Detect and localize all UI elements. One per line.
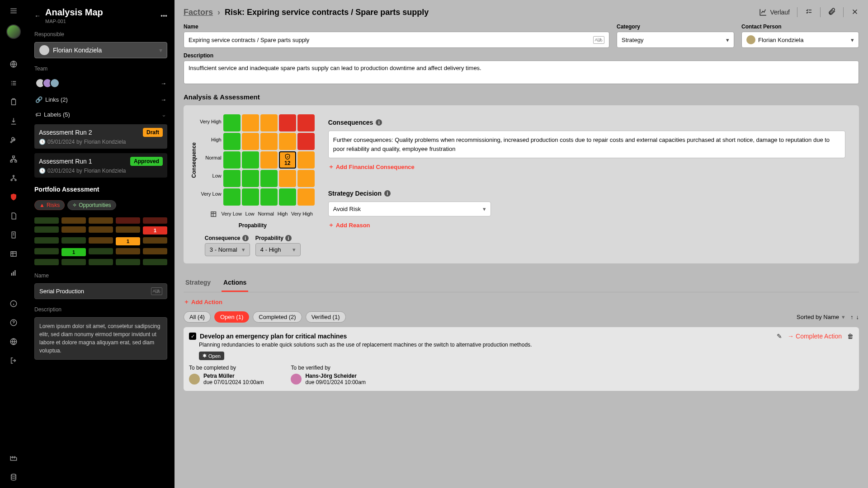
language-icon[interactable] bbox=[8, 336, 19, 347]
action-desc: Planning redundancies to enable quick so… bbox=[199, 342, 854, 348]
add-financial-button[interactable]: ＋Add Financial Consequence bbox=[328, 163, 845, 171]
selected-cell[interactable]: 12 bbox=[279, 151, 296, 169]
verified-by-label: To be verified by bbox=[291, 365, 365, 371]
risks-tab[interactable]: ▲Risks bbox=[34, 200, 65, 210]
list-icon[interactable] bbox=[8, 78, 19, 89]
sort-dropdown[interactable]: Sorted by Name▾ ↑ ↓ bbox=[797, 314, 859, 320]
menu-icon[interactable] bbox=[8, 5, 19, 16]
filter-open[interactable]: Open (1) bbox=[214, 311, 249, 323]
verlauf-button[interactable]: Verlauf bbox=[759, 8, 790, 16]
completed-by-label: To be completed by bbox=[189, 365, 264, 371]
sort-asc-icon[interactable]: ↑ bbox=[850, 314, 854, 320]
info-icon[interactable]: i bbox=[376, 119, 382, 126]
attachment-icon[interactable] bbox=[828, 8, 836, 17]
responsible-label: Responsible bbox=[34, 31, 167, 38]
close-icon[interactable] bbox=[851, 8, 859, 17]
matrix-table-icon[interactable] bbox=[210, 210, 218, 220]
breadcrumb-root[interactable]: Factors bbox=[184, 8, 213, 17]
svg-point-6 bbox=[11, 179, 12, 181]
avatar[interactable] bbox=[6, 24, 21, 39]
contact-select[interactable]: Florian Kondziela ▾ bbox=[741, 32, 859, 48]
desc-textarea[interactable]: Lorem ipsum dolor sit amet, consetetur s… bbox=[34, 317, 167, 360]
help-icon[interactable] bbox=[8, 317, 19, 328]
status-chip: ✱Open bbox=[199, 352, 224, 360]
clock-icon: 🕓 bbox=[39, 139, 46, 145]
doc-icon[interactable] bbox=[8, 211, 19, 221]
add-reason-button[interactable]: ＋Add Reason bbox=[328, 221, 845, 229]
breadcrumb-current: Risk: Expiring service contracts / Spare… bbox=[225, 8, 429, 17]
name-field-label: Name bbox=[184, 23, 609, 30]
add-action-button[interactable]: ＋Add Action bbox=[184, 298, 859, 306]
desc-label: Description bbox=[34, 306, 167, 313]
assessment-run-2[interactable]: Assessment Run 2 Draft 🕓 05/01/2024 by F… bbox=[34, 124, 167, 149]
clipboard-icon[interactable] bbox=[8, 97, 19, 108]
sort-desc-icon[interactable]: ↓ bbox=[856, 314, 859, 320]
bars-icon[interactable] bbox=[8, 267, 19, 278]
filter-verified[interactable]: Verified (1) bbox=[306, 311, 346, 323]
team-row[interactable]: → bbox=[34, 76, 167, 90]
category-field-label: Category bbox=[617, 23, 734, 30]
svg-rect-4 bbox=[15, 160, 17, 162]
info-icon[interactable] bbox=[8, 298, 19, 309]
assignee-due: due 07/01/2024 10:00am bbox=[203, 379, 264, 385]
org-icon[interactable] bbox=[8, 173, 19, 183]
chart-icon bbox=[759, 8, 767, 16]
database-icon[interactable] bbox=[8, 472, 19, 483]
propability-select[interactable]: 4 - High▾ bbox=[255, 243, 301, 256]
status-badge: Approved bbox=[130, 157, 163, 166]
name-input[interactable]: Serial Production A|あ bbox=[34, 283, 167, 299]
run-title: Assessment Run 1 bbox=[39, 158, 92, 165]
filter-all[interactable]: All (4) bbox=[184, 311, 211, 323]
edit-icon[interactable]: ✎ bbox=[777, 333, 782, 340]
opportunities-tab[interactable]: ✧Opportunities bbox=[67, 200, 116, 210]
more-icon[interactable]: ••• bbox=[160, 12, 167, 19]
complete-action-button[interactable]: → Complete Action bbox=[788, 333, 842, 340]
links-row[interactable]: 🔗Links (2) → bbox=[34, 94, 167, 105]
risk-matrix: Consequence Very High High Normal Low Ve… bbox=[191, 113, 315, 256]
factory-icon[interactable] bbox=[8, 452, 19, 463]
tab-actions[interactable]: Actions bbox=[222, 274, 248, 292]
consequences-textarea[interactable]: Further consequences: Quality problems w… bbox=[328, 131, 845, 158]
nav-icon: ✧ bbox=[72, 202, 77, 208]
responsible-value: Florian Kondziela bbox=[53, 47, 102, 54]
checklist-icon[interactable] bbox=[805, 8, 813, 17]
team-label: Team bbox=[34, 66, 167, 72]
back-icon[interactable]: ← bbox=[34, 12, 41, 19]
desc-field-label: Description bbox=[184, 52, 859, 59]
assessment-title: Analysis & Assessment bbox=[184, 93, 859, 101]
logout-icon[interactable] bbox=[8, 355, 19, 366]
info-icon[interactable]: i bbox=[285, 235, 292, 241]
info-icon[interactable]: i bbox=[384, 190, 391, 197]
delete-icon[interactable]: 🗑 bbox=[847, 333, 854, 340]
svg-rect-8 bbox=[11, 252, 16, 257]
main: Factors › Risk: Expiring service contrac… bbox=[175, 0, 868, 488]
assessment-run-1[interactable]: Assessment Run 1 Approved 🕓 02/01/2024 b… bbox=[34, 153, 167, 178]
info-icon[interactable]: i bbox=[242, 235, 249, 241]
svg-rect-2 bbox=[13, 156, 15, 158]
responsible-select[interactable]: Florian Kondziela ▾ bbox=[34, 42, 167, 58]
action-item: ✓ Develop an emergency plan for critical… bbox=[184, 327, 859, 391]
translate-icon: A|あ bbox=[151, 287, 162, 295]
tab-strategy[interactable]: Strategy bbox=[184, 274, 212, 292]
doc2-icon[interactable] bbox=[8, 230, 19, 240]
sitemap-icon[interactable] bbox=[8, 154, 19, 164]
desc-field[interactable]: Insufficient service and inadequate spar… bbox=[184, 61, 859, 84]
category-select[interactable]: Strategy ▾ bbox=[617, 32, 734, 48]
link-icon: 🔗 bbox=[35, 96, 42, 103]
table-icon[interactable] bbox=[8, 249, 19, 259]
checkbox-icon[interactable]: ✓ bbox=[189, 333, 196, 340]
download-icon[interactable] bbox=[8, 116, 19, 127]
avatar bbox=[291, 374, 302, 385]
shield-icon[interactable] bbox=[8, 192, 19, 202]
breadcrumb: Factors › Risk: Expiring service contrac… bbox=[184, 8, 429, 17]
labels-row[interactable]: 🏷Labels (5) ⌄ bbox=[34, 109, 167, 120]
run-title: Assessment Run 2 bbox=[39, 129, 92, 136]
filter-completed[interactable]: Completed (2) bbox=[253, 311, 302, 323]
avatar bbox=[189, 374, 200, 385]
name-field[interactable]: Expiring service contracts / Spare parts… bbox=[184, 32, 609, 48]
wrench-icon[interactable] bbox=[8, 135, 19, 145]
svg-rect-1 bbox=[12, 99, 16, 105]
consequence-select[interactable]: 3 - Normal▾ bbox=[205, 243, 250, 256]
strategy-select[interactable]: Avoid Risk▾ bbox=[328, 202, 491, 216]
globe-icon[interactable] bbox=[8, 59, 19, 70]
